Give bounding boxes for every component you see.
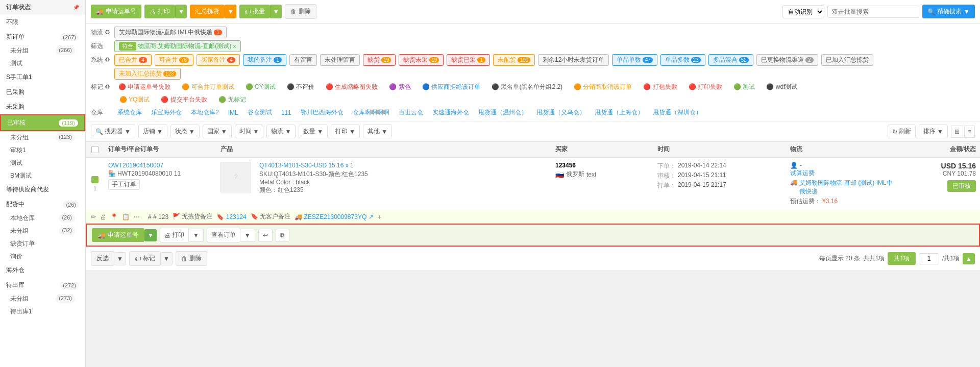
location-icon[interactable]: 📍 xyxy=(110,213,118,221)
sidebar-item-manual[interactable]: S手工单1 xyxy=(0,70,85,85)
select-all-checkbox[interactable] xyxy=(91,146,99,153)
warehouse-system[interactable]: 系统仓库 xyxy=(114,107,145,118)
warehouse-gucang[interactable]: 谷仓测试 xyxy=(244,107,275,118)
mark-dropdown[interactable]: ▼ xyxy=(161,252,173,265)
warehouse-shuaitong-sh[interactable]: 甩货通（上海仓） xyxy=(592,107,647,118)
external-link-icon[interactable]: ↗ xyxy=(369,213,374,221)
sys-tag-换物流[interactable]: 已更换物流渠道 2 xyxy=(756,54,818,66)
sidebar-item-new-orders[interactable]: 新订单 (267) xyxy=(0,30,85,44)
mark-tag-无标记[interactable]: 🟢 无标记 xyxy=(214,94,250,105)
sidebar-item-review1[interactable]: 审核1 xyxy=(0,144,85,157)
sidebar-item-local-warehouse[interactable]: 本地仓库 (26) xyxy=(0,212,85,225)
sidebar-item-bm[interactable]: BM测试 xyxy=(0,169,85,182)
mark-tag-分销商[interactable]: 🟠 分销商取消该订单 xyxy=(570,82,636,92)
grid-view-button[interactable]: ⊞ xyxy=(951,126,963,138)
sys-tag-单品多[interactable]: 单品多数 23 xyxy=(660,54,705,66)
mark-tag-cy[interactable]: 🟢 CY测试 xyxy=(241,82,280,92)
row-check[interactable]: 1 xyxy=(86,162,104,206)
mark-tag-不评价[interactable]: ⚫ 不评价 xyxy=(283,82,318,92)
mark-tag-紫色[interactable]: 🟣 紫色 xyxy=(385,82,414,92)
print-button[interactable]: 🖨 打印 xyxy=(144,5,175,18)
batch-search-input[interactable] xyxy=(827,6,919,18)
sys-tag-汇总[interactable]: 已加入汇总拣货 xyxy=(821,54,873,66)
sidebar-item-ungroup[interactable]: 未分组 (266) xyxy=(0,44,85,57)
bottom-delete-button[interactable]: 🗑 删除 xyxy=(176,251,207,266)
sys-tag-缺货未采[interactable]: 缺货未采 19 xyxy=(399,54,444,66)
sys-tag-not-added[interactable]: 未加入汇总拣货 123 xyxy=(114,68,181,80)
sidebar-item-waiting-out[interactable]: 待出库 (272) xyxy=(0,278,85,292)
warehouse-local2[interactable]: 本地仓库2 xyxy=(188,107,222,118)
product-name-link[interactable]: QT4013-M101-S30-USD 15.16 x 1 xyxy=(259,162,368,169)
sys-tag-12h[interactable]: 剩余12小时未发货订单 xyxy=(538,54,609,66)
row-print-button[interactable]: 🖨 打印 xyxy=(160,228,189,242)
sidebar-item-test2[interactable]: 测试 xyxy=(0,157,85,169)
active-filter-tag[interactable]: 符合 物流商:艾姆勒国际物流-直邮(测试) × xyxy=(114,40,241,52)
sys-tag-my-note[interactable]: 我的备注 1 xyxy=(243,54,286,66)
sidebar-item-ungroup3[interactable]: 未分组 (32) xyxy=(0,225,85,237)
copy-icon[interactable]: 📋 xyxy=(122,213,130,221)
row-print-dropdown[interactable]: ▼ xyxy=(189,229,204,242)
sidebar-item-ungroup2[interactable]: 未分组 (123) xyxy=(0,131,85,144)
sys-tag-hebing[interactable]: 已合并 4 xyxy=(114,54,152,66)
add-button[interactable]: + xyxy=(378,213,382,221)
page-up-button[interactable]: ▲ xyxy=(963,253,975,264)
mark-tag-可合并[interactable]: 🟠 可合并订单测试 xyxy=(178,82,238,92)
mark-tag-wdf[interactable]: ⚫ wdf测试 xyxy=(762,82,801,92)
sys-tag-多品[interactable]: 多品混合 52 xyxy=(708,54,753,66)
country-filter-button[interactable]: 国家 ▼ xyxy=(203,125,232,138)
quantity-filter-button[interactable]: 数量 ▼ xyxy=(299,125,328,138)
print-icon[interactable]: 🖨 xyxy=(100,213,106,221)
active-filter-close[interactable]: × xyxy=(233,43,236,50)
search-filter-button[interactable]: 🔍 搜索器 ▼ xyxy=(91,125,135,138)
row-apply-logistics-button[interactable]: 🚚 申请运单号 xyxy=(92,228,144,242)
deselect-button[interactable]: 反选 xyxy=(91,251,114,266)
mark-tag-测试[interactable]: 🟢 测试 xyxy=(729,82,759,92)
apply-logistics-button[interactable]: 🚚 申请运单号 xyxy=(91,5,141,18)
deselect-dropdown[interactable]: ▼ xyxy=(114,252,126,265)
mark-tag-供应商[interactable]: 🔵 供应商拒绝该订单 xyxy=(418,82,484,92)
sys-tag-未处理留言[interactable]: 未处理留言 xyxy=(320,54,360,66)
logistics-calc-link[interactable]: 试算运费 xyxy=(790,169,894,178)
time-filter-button[interactable]: 时间 ▼ xyxy=(235,125,264,138)
page-input[interactable] xyxy=(919,253,939,264)
sidebar-item-distributing[interactable]: 配货中 (26) xyxy=(0,197,85,212)
sidebar-item-shortage[interactable]: 缺货订单 xyxy=(0,237,85,250)
header-check[interactable] xyxy=(86,145,104,154)
row-apply-logistics-dropdown[interactable]: ▼ xyxy=(144,229,157,241)
mark-tag-yq[interactable]: 🟠 YQ测试 xyxy=(115,94,154,105)
sidebar-item-unlimited[interactable]: 不限 xyxy=(0,15,85,30)
warehouse-shuaitong-wz[interactable]: 甩货通（温州仓） xyxy=(475,107,530,118)
print-dropdown[interactable]: ▼ xyxy=(175,5,187,18)
mark-tag-打包[interactable]: 🔴 打包失败 xyxy=(639,82,681,92)
mark-tag-生成[interactable]: 🔴 生成缩略图失败 xyxy=(322,82,382,92)
sys-tag-缺货[interactable]: 缺货 19 xyxy=(363,54,396,66)
sys-tag-kehebing[interactable]: 可合并 76 xyxy=(155,54,193,66)
sys-tag-缺货已采[interactable]: 缺货已采 1 xyxy=(447,54,490,66)
batch-dropdown[interactable]: ▼ xyxy=(270,5,282,18)
sys-tag-未配货[interactable]: 未配货 100 xyxy=(493,54,535,66)
warehouse-shuaitong-yw[interactable]: 甩货通（义乌仓） xyxy=(533,107,589,118)
sidebar-item-waiting-out1[interactable]: 待出库1 xyxy=(0,305,85,318)
sidebar-item-ungroup4[interactable]: 未分组 (273) xyxy=(0,292,85,305)
row-copy-button[interactable]: ⧉ xyxy=(276,229,289,242)
edit-icon[interactable]: ✏ xyxy=(91,213,96,221)
mark-tag-打印[interactable]: 🔴 打印失败 xyxy=(684,82,726,92)
warehouse-lebao[interactable]: 乐宝海外仓 xyxy=(148,107,185,118)
sidebar-item-unpurchased[interactable]: 未采购 xyxy=(0,100,85,114)
warehouse-baishi[interactable]: 百世云仓 xyxy=(396,107,426,118)
sidebar-item-purchased[interactable]: 已采购 xyxy=(0,85,85,100)
warehouse-iml[interactable]: IML xyxy=(225,108,241,117)
sys-tag-单品单[interactable]: 单品单数 47 xyxy=(612,54,657,66)
warehouse-shisu[interactable]: 实速通海外仓 xyxy=(429,107,472,118)
bottom-mark-button[interactable]: 🏷 标记 xyxy=(129,251,161,266)
other-filter-button[interactable]: 其他 ▼ xyxy=(363,125,392,138)
shop-filter-button[interactable]: 店铺 ▼ xyxy=(138,125,167,138)
merge-button[interactable]: 汇总拣货 xyxy=(190,5,225,18)
list-view-button[interactable]: ≡ xyxy=(964,126,975,138)
buyer-id[interactable]: 123456 xyxy=(555,162,649,169)
sys-tag-留言[interactable]: 有留言 xyxy=(289,54,317,66)
sidebar-item-query[interactable]: 询价 xyxy=(0,250,85,263)
warehouse-brazil[interactable]: 鄂川巴西海外仓 xyxy=(298,107,347,118)
logistics-filter-button[interactable]: 物流 ▼ xyxy=(266,125,296,138)
row-undo-button[interactable]: ↩ xyxy=(258,229,273,242)
